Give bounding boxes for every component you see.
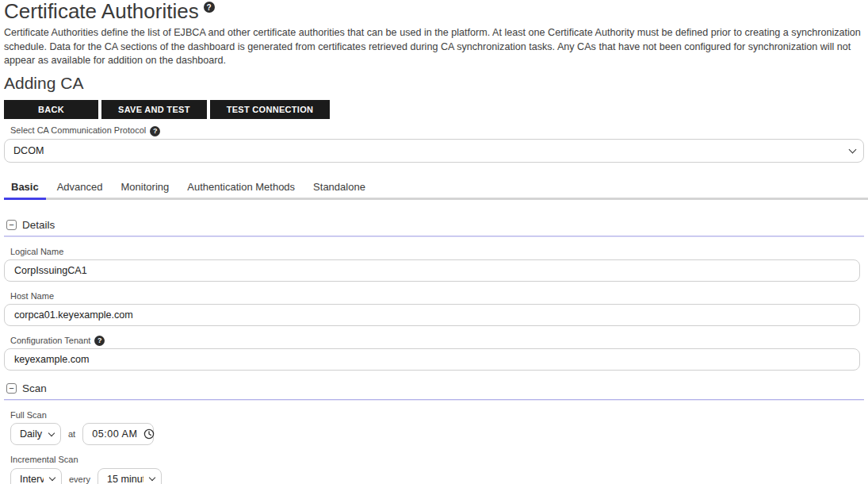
tab-monitoring[interactable]: Monitoring xyxy=(114,176,177,200)
logical-name-field-group: Logical Name xyxy=(4,247,864,282)
full-scan-row: Daily at 05:00 AM xyxy=(10,423,864,445)
protocol-help-icon[interactable]: ? xyxy=(150,126,160,136)
details-section-header[interactable]: − Details xyxy=(6,219,864,231)
tab-advanced[interactable]: Advanced xyxy=(50,176,110,200)
logical-name-input[interactable] xyxy=(4,259,860,282)
host-name-input[interactable] xyxy=(4,304,860,326)
tab-monitoring-label: Monitoring xyxy=(121,181,170,193)
incremental-scan-row: Interval every 15 minutes xyxy=(10,468,864,484)
tab-authentication-methods-label: Authentication Methods xyxy=(187,181,295,193)
details-section-title: Details xyxy=(22,219,55,231)
incremental-scan-connector: every xyxy=(69,474,90,484)
save-and-test-button[interactable]: SAVE AND TEST xyxy=(101,100,207,119)
tab-basic[interactable]: Basic xyxy=(4,176,46,200)
full-scan-time-input[interactable]: 05:00 AM xyxy=(82,423,154,445)
full-scan-frequency-select[interactable]: Daily xyxy=(10,423,61,445)
configuration-tenant-label: Configuration Tenant xyxy=(10,336,90,346)
certificate-authorities-page: Certificate Authorities ? Certificate Au… xyxy=(0,0,868,484)
scan-section-title: Scan xyxy=(22,382,47,394)
tab-basic-label: Basic xyxy=(11,181,39,193)
protocol-select[interactable]: DCOM xyxy=(4,139,864,163)
protocol-label: Select CA Communication Protocol xyxy=(10,125,146,136)
incremental-scan-group: Incremental Scan Interval every 15 minut… xyxy=(4,455,864,484)
tab-standalone[interactable]: Standalone xyxy=(306,176,373,200)
full-scan-connector: at xyxy=(68,429,75,439)
incremental-scan-interval-select[interactable]: 15 minutes xyxy=(98,468,162,484)
configuration-tenant-field-group: Configuration Tenant ? xyxy=(4,336,864,371)
full-scan-group: Full Scan Daily at 05:00 AM xyxy=(4,410,864,445)
incremental-scan-label: Incremental Scan xyxy=(10,455,864,465)
full-scan-label: Full Scan xyxy=(10,410,864,421)
adding-ca-heading: Adding CA xyxy=(4,74,864,93)
collapse-icon[interactable]: − xyxy=(6,383,17,394)
page-help-icon[interactable]: ? xyxy=(204,2,215,13)
configuration-tenant-input[interactable] xyxy=(4,348,860,371)
logical-name-label: Logical Name xyxy=(10,247,864,257)
full-scan-time-value: 05:00 AM xyxy=(92,428,137,440)
back-button[interactable]: BACK xyxy=(4,100,98,119)
incremental-scan-frequency-wrap: Interval xyxy=(10,468,62,484)
tab-authentication-methods[interactable]: Authentication Methods xyxy=(180,176,302,200)
tab-standalone-label: Standalone xyxy=(313,181,365,193)
page-title: Certificate Authorities xyxy=(4,1,199,22)
protocol-select-wrap: DCOM xyxy=(4,139,864,163)
configuration-tenant-help-icon[interactable]: ? xyxy=(94,336,105,346)
incremental-scan-frequency-select[interactable]: Interval xyxy=(10,468,62,484)
protocol-label-row: Select CA Communication Protocol ? xyxy=(10,125,864,136)
host-name-field-group: Host Name xyxy=(4,291,864,326)
host-name-label: Host Name xyxy=(10,291,864,302)
collapse-icon[interactable]: − xyxy=(6,220,17,230)
section-divider xyxy=(4,399,864,401)
test-connection-button[interactable]: TEST CONNECTION xyxy=(210,100,331,119)
full-scan-frequency-wrap: Daily xyxy=(10,423,61,445)
clock-icon[interactable] xyxy=(143,428,155,440)
page-description: Certificate Authorities define the list … xyxy=(4,26,864,67)
scan-section-header[interactable]: − Scan xyxy=(6,382,864,394)
configuration-tenant-label-row: Configuration Tenant ? xyxy=(10,336,864,346)
page-title-row: Certificate Authorities ? xyxy=(4,1,864,22)
toolbar: BACK SAVE AND TEST TEST CONNECTION xyxy=(4,100,864,119)
incremental-scan-interval-wrap: 15 minutes xyxy=(98,468,162,484)
tab-bar: Basic Advanced Monitoring Authentication… xyxy=(4,176,864,200)
section-divider xyxy=(4,236,864,237)
tab-advanced-label: Advanced xyxy=(57,181,103,193)
